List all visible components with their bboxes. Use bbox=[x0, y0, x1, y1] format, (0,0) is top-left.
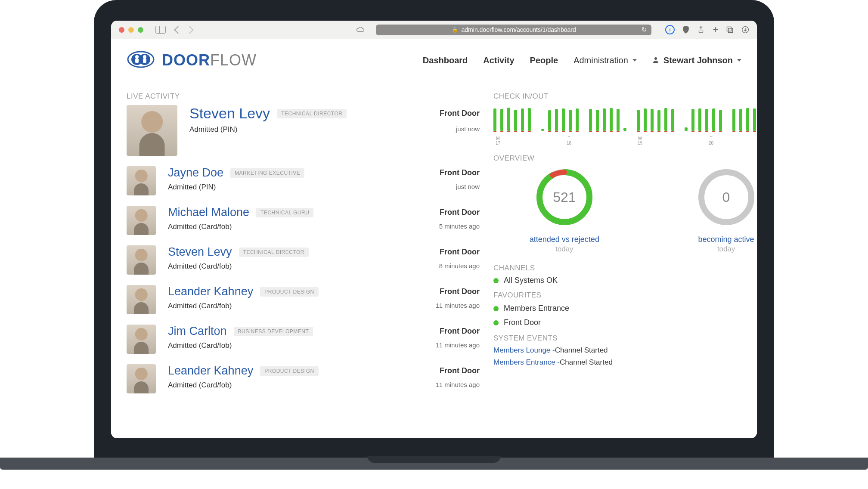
nav-dashboard[interactable]: Dashboard bbox=[423, 56, 468, 65]
activity-row[interactable]: Steven LevyTECHNICAL DIRECTORFront DoorA… bbox=[127, 105, 480, 156]
door-name: Front Door bbox=[440, 208, 480, 217]
caret-down-icon bbox=[737, 59, 741, 62]
url-bar[interactable]: 🔒 admin.doorflow.com/accounts/1/dashboar… bbox=[376, 25, 651, 35]
nav-administration[interactable]: Administration bbox=[574, 56, 637, 65]
section-favourites: FAVOURITES bbox=[493, 291, 541, 300]
check-bar bbox=[500, 109, 503, 131]
check-bar bbox=[732, 109, 735, 131]
event-time: 11 minutes ago bbox=[435, 381, 480, 390]
svg-rect-0 bbox=[727, 27, 731, 31]
check-day-group bbox=[541, 105, 579, 131]
nav-activity[interactable]: Activity bbox=[483, 56, 514, 65]
overview-donut: 0becoming activetoday bbox=[655, 167, 757, 254]
event-location: Members Lounge - bbox=[493, 346, 555, 355]
role-chip: TECHNICAL GURU bbox=[256, 208, 313, 217]
window-close-dot[interactable] bbox=[119, 27, 124, 33]
check-day-label: M17 bbox=[495, 136, 533, 145]
activity-row[interactable]: Michael MaloneTECHNICAL GURUFront DoorAd… bbox=[127, 206, 480, 235]
admit-status: Admitted (PIN) bbox=[189, 125, 237, 134]
check-day-group bbox=[493, 105, 531, 131]
info-icon[interactable]: i bbox=[665, 25, 675, 34]
role-chip: TECHNICAL DIRECTOR bbox=[277, 109, 347, 118]
system-event-row[interactable]: Members Lounge - Channel Started4 minute… bbox=[493, 346, 757, 355]
role-chip: BUSINESS DEVELOPMENT bbox=[234, 327, 313, 336]
event-location: Members Entrance - bbox=[493, 358, 560, 367]
reload-icon[interactable]: ↻ bbox=[642, 26, 647, 34]
laptop-base bbox=[0, 458, 868, 470]
event-time: just now bbox=[456, 125, 480, 134]
door-name: Front Door bbox=[440, 287, 480, 296]
event-time: 11 minutes ago bbox=[435, 302, 480, 310]
activity-row[interactable]: Steven LevyTECHNICAL DIRECTORFront DoorA… bbox=[127, 245, 480, 275]
activity-row[interactable]: Leander KahneyPRODUCT DESIGNFront DoorAd… bbox=[127, 364, 480, 393]
check-bar bbox=[562, 108, 565, 131]
admit-status: Admitted (Card/fob) bbox=[168, 341, 232, 350]
user-menu[interactable]: Stewart Johnson bbox=[652, 56, 741, 65]
role-chip: PRODUCT DESIGN bbox=[260, 366, 318, 376]
check-inout-chart: M17T18W19T20F21S22S23 bbox=[493, 105, 757, 144]
activity-row[interactable]: Jayne DoeMARKETING EXECUTIVEFront DoorAd… bbox=[127, 166, 480, 195]
check-day-label: T18 bbox=[566, 136, 604, 145]
check-day-group bbox=[589, 105, 626, 131]
privacy-shield-icon[interactable] bbox=[682, 26, 689, 34]
role-chip: TECHNICAL DIRECTOR bbox=[239, 248, 309, 257]
nav-back-icon[interactable] bbox=[174, 26, 182, 34]
status-dot-icon bbox=[493, 306, 499, 311]
avatar bbox=[127, 364, 156, 393]
donut-value: 0 bbox=[696, 167, 756, 227]
check-bar bbox=[691, 109, 694, 131]
check-bar bbox=[576, 108, 579, 131]
check-bar bbox=[746, 108, 749, 131]
nav-people[interactable]: People bbox=[530, 56, 558, 65]
check-bar bbox=[603, 108, 606, 131]
check-bar bbox=[671, 109, 674, 131]
window-minimize-dot[interactable] bbox=[128, 27, 134, 33]
activity-row[interactable]: Jim CarltonBUSINESS DEVELOPMENTFront Doo… bbox=[127, 325, 480, 354]
activity-row[interactable]: Leander KahneyPRODUCT DESIGNFront DoorAd… bbox=[127, 285, 480, 314]
brand-logo[interactable]: DOORFLOW bbox=[127, 49, 257, 72]
avatar bbox=[127, 245, 156, 275]
avatar bbox=[127, 105, 177, 156]
check-bar bbox=[610, 108, 613, 131]
svg-rect-7 bbox=[135, 58, 139, 63]
role-chip: MARKETING EXECUTIVE bbox=[230, 168, 304, 178]
svg-point-6 bbox=[135, 55, 139, 59]
check-bar bbox=[528, 108, 531, 131]
admit-status: Admitted (Card/fob) bbox=[168, 302, 232, 310]
admit-status: Admitted (Card/fob) bbox=[168, 223, 232, 231]
downloads-icon[interactable] bbox=[741, 26, 749, 34]
person-name[interactable]: Steven Levy bbox=[168, 245, 232, 259]
person-name[interactable]: Steven Levy bbox=[189, 105, 270, 122]
person-name[interactable]: Leander Kahney bbox=[168, 364, 253, 378]
check-bar bbox=[569, 110, 572, 131]
favourite-row: Front DoorAdmit bbox=[493, 317, 757, 328]
favourite-row: Members EntranceAdmit bbox=[493, 303, 757, 314]
status-dot-icon bbox=[493, 320, 499, 325]
donut-value: 521 bbox=[534, 167, 595, 227]
check-bar bbox=[698, 108, 701, 131]
person-name[interactable]: Jim Carlton bbox=[168, 325, 227, 338]
door-name: Front Door bbox=[440, 366, 480, 375]
system-event-row[interactable]: Members Entrance - Channel Started4 minu… bbox=[493, 358, 757, 367]
svg-point-10 bbox=[654, 57, 657, 60]
section-system-events: SYSTEM EVENTS bbox=[493, 334, 558, 343]
tabs-overview-icon[interactable] bbox=[726, 26, 734, 34]
favourite-name[interactable]: Members Entrance bbox=[504, 304, 569, 313]
nav-forward-icon[interactable] bbox=[186, 26, 193, 34]
person-name[interactable]: Jayne Doe bbox=[168, 166, 223, 180]
person-name[interactable]: Leander Kahney bbox=[168, 285, 253, 298]
activity-list: Steven LevyTECHNICAL DIRECTORFront DoorA… bbox=[127, 105, 480, 393]
person-name[interactable]: Michael Malone bbox=[168, 206, 249, 219]
overview-donut: 521attended vs rejectedtoday bbox=[493, 167, 636, 254]
check-bar bbox=[493, 108, 496, 131]
section-check: CHECK IN/OUT bbox=[493, 92, 757, 101]
door-name: Front Door bbox=[440, 109, 480, 118]
role-chip: PRODUCT DESIGN bbox=[260, 287, 318, 297]
sidebar-toggle-icon[interactable] bbox=[155, 26, 166, 34]
check-bar bbox=[637, 110, 640, 131]
share-icon[interactable] bbox=[697, 26, 705, 34]
admit-status: Admitted (PIN) bbox=[168, 183, 216, 192]
favourite-name[interactable]: Front Door bbox=[504, 318, 541, 327]
check-day-group bbox=[637, 105, 674, 131]
window-zoom-dot[interactable] bbox=[138, 27, 143, 33]
